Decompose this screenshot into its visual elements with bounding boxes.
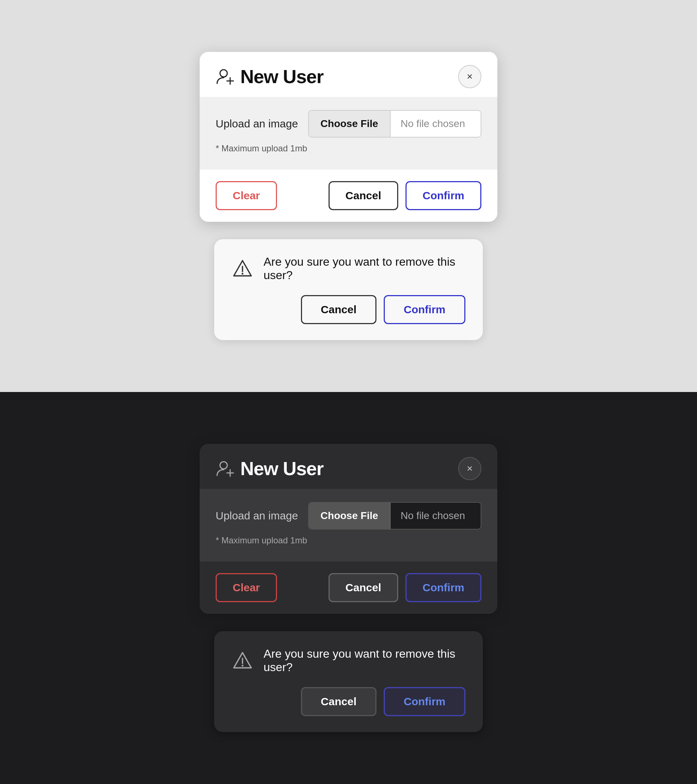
confirm-dialog-message-row-dark: Are you sure you want to remove this use… xyxy=(232,647,465,674)
modal-footer-right-light: Cancel Confirm xyxy=(328,181,481,210)
dark-theme-section: New User × Upload an image Choose File N… xyxy=(0,392,697,784)
confirm-dialog-dark: Are you sure you want to remove this use… xyxy=(214,631,483,732)
confirm-button-light[interactable]: Confirm xyxy=(405,181,481,210)
confirm-dialog-text-light: Are you sure you want to remove this use… xyxy=(264,255,465,282)
close-button-dark[interactable]: × xyxy=(458,457,481,480)
clear-button-light[interactable]: Clear xyxy=(216,181,277,210)
modal-header-left: New User xyxy=(216,66,323,87)
modal-body-light: Upload an image Choose File No file chos… xyxy=(199,97,498,170)
no-file-text-light: No file chosen xyxy=(391,111,481,137)
confirm-dialog-confirm-light[interactable]: Confirm xyxy=(384,295,465,324)
clear-button-dark[interactable]: Clear xyxy=(216,573,277,602)
choose-file-button-dark[interactable]: Choose File xyxy=(309,503,391,529)
cancel-button-light[interactable]: Cancel xyxy=(328,181,398,210)
new-user-modal-dark: New User × Upload an image Choose File N… xyxy=(199,444,498,614)
max-upload-note-light: * Maximum upload 1mb xyxy=(216,143,481,153)
light-theme-section: New User × Upload an image Choose File N… xyxy=(0,0,697,392)
choose-file-button-light[interactable]: Choose File xyxy=(309,111,391,137)
no-file-text-dark: No file chosen xyxy=(391,503,481,529)
close-button-light[interactable]: × xyxy=(458,65,481,88)
file-upload-row-light: Upload an image Choose File No file chos… xyxy=(216,110,481,138)
svg-point-4 xyxy=(242,273,244,275)
confirm-dialog-message-row-light: Are you sure you want to remove this use… xyxy=(232,255,465,282)
cancel-button-dark[interactable]: Cancel xyxy=(328,573,398,602)
upload-label-dark: Upload an image xyxy=(216,510,298,522)
modal-header-light: New User × xyxy=(199,52,498,97)
modal-footer-light: Clear Cancel Confirm xyxy=(199,170,498,222)
confirm-dialog-text-dark: Are you sure you want to remove this use… xyxy=(264,647,465,674)
confirm-dialog-btns-dark: Cancel Confirm xyxy=(232,687,465,716)
warning-icon-dark xyxy=(232,650,254,672)
confirm-dialog-cancel-light[interactable]: Cancel xyxy=(301,295,376,324)
modal-title-dark: New User xyxy=(240,458,323,479)
confirm-dialog-confirm-dark[interactable]: Confirm xyxy=(384,687,465,716)
file-input-container-dark: Choose File No file chosen xyxy=(308,502,481,530)
modal-header-dark: New User × xyxy=(199,444,498,489)
file-upload-row-dark: Upload an image Choose File No file chos… xyxy=(216,502,481,530)
upload-label-light: Upload an image xyxy=(216,118,298,130)
max-upload-note-dark: * Maximum upload 1mb xyxy=(216,535,481,545)
new-user-modal-light: New User × Upload an image Choose File N… xyxy=(199,52,498,222)
confirm-dialog-cancel-dark[interactable]: Cancel xyxy=(301,687,376,716)
warning-icon-light xyxy=(232,258,254,280)
modal-body-dark: Upload an image Choose File No file chos… xyxy=(199,489,498,562)
modal-footer-dark: Clear Cancel Confirm xyxy=(199,562,498,614)
user-plus-icon xyxy=(216,67,235,86)
confirm-dialog-btns-light: Cancel Confirm xyxy=(232,295,465,324)
confirm-button-dark[interactable]: Confirm xyxy=(405,573,481,602)
modal-title-light: New User xyxy=(240,66,323,87)
svg-point-9 xyxy=(242,665,244,667)
svg-point-0 xyxy=(220,70,227,77)
file-input-container-light: Choose File No file chosen xyxy=(308,110,481,138)
modal-footer-right-dark: Cancel Confirm xyxy=(328,573,481,602)
svg-point-5 xyxy=(220,462,227,469)
user-plus-icon-dark xyxy=(216,459,235,478)
modal-header-left-dark: New User xyxy=(216,458,323,479)
confirm-dialog-light: Are you sure you want to remove this use… xyxy=(214,239,483,340)
